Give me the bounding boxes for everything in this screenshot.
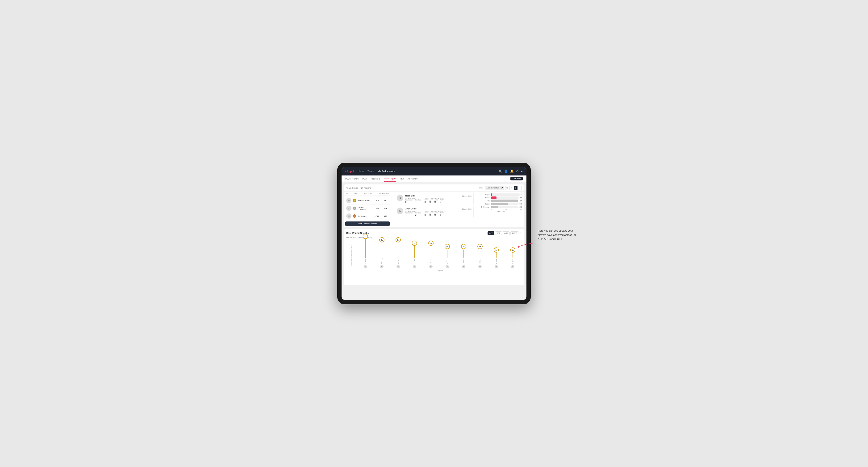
practice-val: 2	[415, 214, 421, 216]
bar-value: 3	[521, 194, 522, 195]
subnav-pga[interactable]: PGA	[362, 176, 367, 181]
time-filter-select[interactable]: Last 3 months	[485, 186, 504, 190]
chart-player: 7x E. Ewert E	[358, 234, 373, 269]
leaderboard: PLAYER NAME PB SCORE PB AVG SQ RB 1 Rich…	[344, 191, 391, 227]
player-dot: R	[429, 265, 433, 269]
bar-fill	[491, 203, 508, 205]
nav-my-performance[interactable]: My Performance	[378, 169, 395, 174]
player-name: Cameron...	[358, 215, 372, 217]
grid-view-icon[interactable]: ⊞	[505, 186, 509, 190]
bar-row: Bogeys 311	[479, 203, 522, 205]
bell-icon[interactable]: 🔔	[510, 169, 514, 173]
putt-val: 0	[440, 201, 444, 203]
filter-arg[interactable]: ARG	[503, 231, 510, 235]
table-row: RB 1 Richard Butler 19/20 110	[345, 197, 390, 205]
bar-label: Birdies	[479, 197, 490, 198]
player-dot: R	[494, 265, 498, 269]
view-leaderboard-button[interactable]: View Full Leaderboard	[345, 221, 390, 226]
bar-chart-section: Eagles 3 Birdies 96 Pars 499 Bogeys 311 …	[477, 191, 524, 227]
nav-links: Home Teams My Performance	[358, 169, 498, 174]
nav-teams[interactable]: Teams	[368, 169, 374, 174]
lb-header: PLAYER NAME PB SCORE PB AVG SQ	[345, 193, 390, 196]
chart-view-icon[interactable]: ↕	[518, 186, 522, 190]
bar-value: 499	[519, 200, 522, 201]
streak-bubble: 7x	[363, 234, 368, 239]
subnav-tour[interactable]: Tour	[400, 176, 404, 181]
avatar: RB	[346, 198, 351, 203]
bar-value: 131	[519, 206, 522, 208]
player-dot: B	[380, 265, 384, 269]
practice-label: Practice	[415, 212, 421, 214]
streak-line	[414, 246, 415, 258]
bar-fill	[491, 196, 497, 199]
tablet-screen: clippd Home Teams My Performance 🔍 👤 🔔 ⚙…	[342, 167, 526, 300]
player-card-info: Josh Coles 26 Aug 2023 Total Rounds	[405, 208, 471, 216]
arg-label: ARG	[434, 212, 438, 214]
filter-putt[interactable]: PUTT	[510, 231, 519, 235]
settings-icon[interactable]: ⚙	[516, 169, 519, 173]
user-icon[interactable]: 👤	[504, 169, 508, 173]
table-view-icon[interactable]: ▤	[514, 186, 518, 190]
player-score: 18/20	[373, 207, 381, 210]
add-team-button[interactable]: Add Team	[510, 177, 523, 181]
streak-bubble: 4x	[477, 244, 483, 249]
stat-total-rounds: Total Rounds Tournament 8	[405, 197, 421, 203]
tournament-val: 8	[405, 201, 413, 203]
streak-line	[480, 250, 480, 258]
show-label: Show	[478, 187, 483, 189]
player-card-date: 02 Sep 2023	[462, 195, 471, 197]
putt-val: 1	[440, 214, 444, 216]
subnav-pgat[interactable]: PGAT Players	[345, 176, 359, 181]
axis-200: 200	[505, 209, 507, 210]
view-icons: ⊞ ≡ ▤ ↕	[505, 186, 522, 190]
player-count: | 14 Players	[360, 187, 371, 189]
tablet-frame: clippd Home Teams My Performance 🔍 👤 🔔 ⚙…	[337, 163, 531, 304]
subnav-all-players[interactable]: All Players	[408, 176, 418, 181]
player-name-label: E. Crossman	[446, 258, 448, 264]
stat-label: Total Practice Activities	[425, 210, 446, 212]
streak-bubble: 5x	[428, 241, 434, 246]
avatar: CA	[346, 214, 351, 219]
subnav-hcaps[interactable]: Hcaps 1-5	[371, 176, 380, 181]
app-label: APP	[430, 212, 433, 214]
x-axis-label: Players	[358, 270, 522, 272]
col-player-name: PLAYER NAME	[346, 193, 359, 195]
bar-row: Eagles 3	[479, 193, 522, 196]
player-name-label: D. Ford	[463, 258, 464, 264]
edit-icon[interactable]: ✏	[372, 187, 374, 189]
filter-app[interactable]: APP	[495, 231, 502, 235]
bar-track	[491, 196, 519, 199]
player-name-label: R. Butler	[496, 258, 497, 264]
player-avg: 107	[382, 207, 389, 210]
tournament-label: Tournament	[405, 212, 413, 214]
player-dot: C	[511, 265, 515, 269]
nav-home[interactable]: Home	[358, 169, 364, 174]
avatar-icon[interactable]: ●	[521, 169, 523, 173]
tournament-label: Tournament	[405, 199, 413, 201]
player-dot: E	[445, 265, 449, 269]
player-name: Richard Butler	[358, 199, 372, 201]
player-name-label: J. Coles	[414, 258, 415, 264]
ott-label: OTT	[425, 199, 428, 201]
subnav-team-clippd[interactable]: Team Clippd	[384, 176, 396, 182]
ott-val: 0	[425, 214, 428, 216]
streak-bubble: 3x	[494, 247, 499, 253]
stat-label: Total Rounds	[405, 210, 421, 212]
bar-row: Birdies 96	[479, 196, 522, 199]
filter-ott[interactable]: OTT	[488, 231, 494, 235]
search-icon[interactable]: 🔍	[498, 169, 502, 173]
annotation-content: Here you can see streaks your players ha…	[538, 229, 578, 240]
avatar: RB	[397, 195, 403, 201]
streak-line	[496, 253, 497, 258]
streak-bubble: 6x	[396, 237, 401, 243]
stat-label: Total Practice Activities	[425, 197, 446, 199]
player-name: Edward Crossman	[358, 206, 372, 210]
app-val: 0	[430, 214, 433, 216]
player-card-name: Rees Britt	[405, 195, 415, 197]
player-dot: E	[364, 265, 367, 269]
player-card-info: Rees Britt 02 Sep 2023 Total Rounds	[405, 195, 471, 203]
player-dot: J	[412, 265, 416, 269]
streak-line	[447, 250, 447, 258]
app-label: APP	[430, 199, 433, 201]
list-view-icon[interactable]: ≡	[509, 186, 513, 190]
